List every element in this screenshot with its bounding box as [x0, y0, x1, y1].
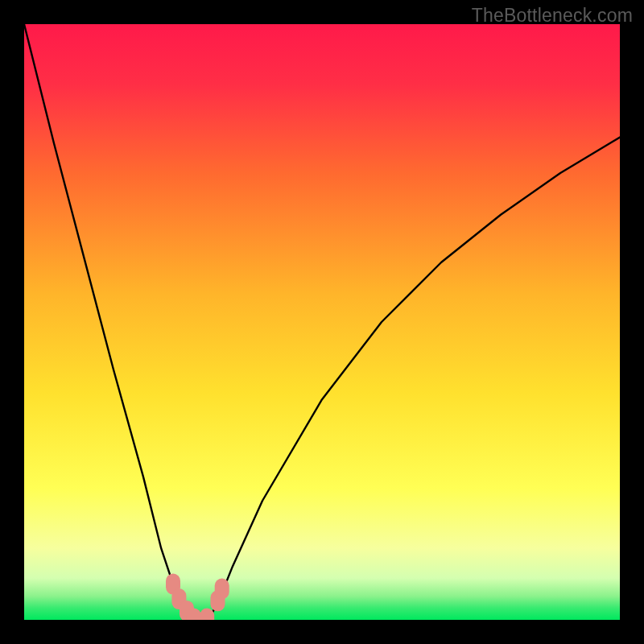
- watermark-text: TheBottleneck.com: [472, 5, 633, 27]
- chart-frame: [24, 24, 620, 620]
- chart-background-gradient: [24, 24, 620, 620]
- svg-rect-0: [24, 24, 620, 620]
